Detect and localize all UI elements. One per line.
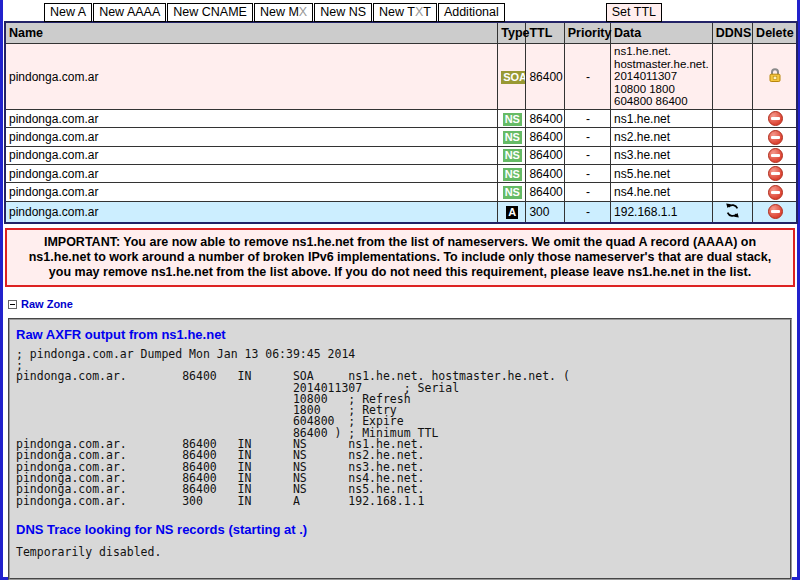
col-header-type: Type bbox=[498, 22, 526, 44]
record-data: 192.168.1.1 bbox=[611, 201, 713, 223]
new-mx-button[interactable]: New MX bbox=[254, 3, 313, 22]
record-priority: - bbox=[564, 164, 610, 182]
col-header-ddns: DDNS bbox=[712, 22, 752, 44]
dns-trace-heading: DNS Trace looking for NS records (starti… bbox=[16, 522, 784, 537]
table-row-ns2: pindonga.com.ar NS 86400 - ns2.he.net bbox=[5, 128, 797, 146]
record-data: ns1.he.net bbox=[611, 110, 713, 128]
col-header-data: Data bbox=[611, 22, 713, 44]
important-notice: IMPORTANT: You are now able to remove ns… bbox=[5, 228, 795, 287]
ns-type-badge: NS bbox=[503, 168, 522, 181]
ns-type-badge: NS bbox=[503, 149, 522, 162]
delete-cell bbox=[753, 110, 797, 128]
dns-records-table: Name Type TTL Priority Data DDNS Delete … bbox=[4, 21, 798, 224]
record-name: pindonga.com.ar bbox=[5, 110, 498, 128]
ddns-cell bbox=[712, 164, 752, 182]
set-ttl-button[interactable]: Set TTL bbox=[606, 3, 662, 22]
delete-cell-locked bbox=[753, 44, 797, 110]
record-data: ns3.he.net bbox=[611, 146, 713, 164]
record-name: pindonga.com.ar bbox=[5, 128, 498, 146]
lock-icon bbox=[767, 72, 783, 86]
record-ttl: 86400 bbox=[526, 164, 564, 182]
record-name: pindonga.com.ar bbox=[5, 146, 498, 164]
record-priority: - bbox=[564, 201, 610, 223]
raw-output-panel: Raw AXFR output from ns1.he.net ; pindon… bbox=[8, 318, 792, 580]
table-row-soa: pindonga.com.ar SOA 86400 - ns1.he.net. … bbox=[5, 44, 797, 110]
axfr-heading: Raw AXFR output from ns1.he.net bbox=[16, 327, 784, 342]
additional-label: Additional bbox=[444, 5, 499, 19]
record-data: ns5.he.net bbox=[611, 164, 713, 182]
record-name: pindonga.com.ar bbox=[5, 183, 498, 201]
record-name: pindonga.com.ar bbox=[5, 164, 498, 182]
record-name: pindonga.com.ar bbox=[5, 201, 498, 223]
new-a-button[interactable]: New A bbox=[44, 3, 92, 22]
record-ttl: 300 bbox=[526, 201, 564, 223]
ns-type-badge: NS bbox=[503, 186, 522, 199]
new-aaaa-label: New AAAA bbox=[99, 5, 160, 19]
record-ttl: 86400 bbox=[526, 146, 564, 164]
additional-button[interactable]: Additional bbox=[438, 3, 505, 22]
col-header-delete: Delete bbox=[753, 22, 797, 44]
record-priority: - bbox=[564, 183, 610, 201]
record-ttl: 86400 bbox=[526, 110, 564, 128]
delete-minus-icon[interactable] bbox=[768, 185, 783, 200]
refresh-icon[interactable] bbox=[725, 207, 740, 221]
record-data: ns2.he.net bbox=[611, 128, 713, 146]
ddns-cell bbox=[712, 146, 752, 164]
delete-cell bbox=[753, 164, 797, 182]
delete-minus-icon[interactable] bbox=[768, 204, 783, 219]
table-row-ns1: pindonga.com.ar NS 86400 - ns1.he.net bbox=[5, 110, 797, 128]
ddns-cell bbox=[712, 201, 752, 223]
table-row-ns3: pindonga.com.ar NS 86400 - ns3.he.net bbox=[5, 146, 797, 164]
record-ttl: 86400 bbox=[526, 128, 564, 146]
ns-type-badge: NS bbox=[503, 131, 522, 144]
delete-cell bbox=[753, 201, 797, 223]
new-txt-label: New T bbox=[379, 5, 415, 19]
axfr-output: ; pindonga.com.ar Dumped Mon Jan 13 06:3… bbox=[16, 349, 784, 507]
record-data: ns4.he.net bbox=[611, 183, 713, 201]
ddns-cell bbox=[712, 110, 752, 128]
new-cname-button[interactable]: New CNAME bbox=[167, 3, 253, 22]
delete-minus-icon[interactable] bbox=[768, 130, 783, 145]
record-data: ns1.he.net. hostmaster.he.net. 201401130… bbox=[611, 44, 713, 110]
new-ns-button[interactable]: New NS bbox=[314, 3, 372, 22]
delete-minus-icon[interactable] bbox=[768, 166, 783, 181]
new-aaaa-button[interactable]: New AAAA bbox=[93, 3, 166, 22]
col-header-ttl: TTL bbox=[526, 22, 564, 44]
new-txt-button[interactable]: New TXT bbox=[373, 3, 437, 22]
new-a-label: New A bbox=[50, 5, 86, 19]
col-header-priority: Priority bbox=[564, 22, 610, 44]
ddns-cell bbox=[712, 183, 752, 201]
collapse-minus-icon[interactable] bbox=[8, 300, 17, 309]
new-mx-label: New M bbox=[260, 5, 299, 19]
record-name: pindonga.com.ar bbox=[5, 44, 498, 110]
col-header-name: Name bbox=[5, 22, 498, 44]
record-tabs: New ANew AAAANew CNAMENew MXNew NSNew TX… bbox=[3, 0, 797, 21]
record-priority: - bbox=[564, 128, 610, 146]
record-priority: - bbox=[564, 110, 610, 128]
table-row-ns4: pindonga.com.ar NS 86400 - ns4.he.net bbox=[5, 183, 797, 201]
table-header-row: Name Type TTL Priority Data DDNS Delete bbox=[5, 22, 797, 44]
delete-minus-icon[interactable] bbox=[768, 111, 783, 126]
new-cname-label: New CNAME bbox=[173, 5, 247, 19]
soa-type-badge: SOA bbox=[501, 71, 526, 84]
ddns-cell bbox=[712, 128, 752, 146]
ns-type-badge: NS bbox=[503, 113, 522, 126]
delete-cell bbox=[753, 128, 797, 146]
table-row-a: pindonga.com.ar A 300 - 192.168.1.1 bbox=[5, 201, 797, 223]
new-ns-label: New NS bbox=[320, 5, 366, 19]
a-type-badge: A bbox=[506, 206, 518, 219]
record-priority: - bbox=[564, 146, 610, 164]
record-priority: - bbox=[564, 44, 610, 110]
raw-zone-toggle-row: Raw Zone bbox=[8, 298, 797, 310]
zone-management-page: New ANew AAAANew CNAMENew MXNew NSNew TX… bbox=[0, 0, 800, 580]
table-row-ns5: pindonga.com.ar NS 86400 - ns5.he.net bbox=[5, 164, 797, 182]
ddns-cell bbox=[712, 44, 752, 110]
delete-minus-icon[interactable] bbox=[768, 148, 783, 163]
raw-zone-link[interactable]: Raw Zone bbox=[21, 298, 73, 310]
record-ttl: 86400 bbox=[526, 44, 564, 110]
dns-trace-status: Temporarily disabled. bbox=[16, 545, 784, 559]
delete-cell bbox=[753, 146, 797, 164]
delete-cell bbox=[753, 183, 797, 201]
record-ttl: 86400 bbox=[526, 183, 564, 201]
